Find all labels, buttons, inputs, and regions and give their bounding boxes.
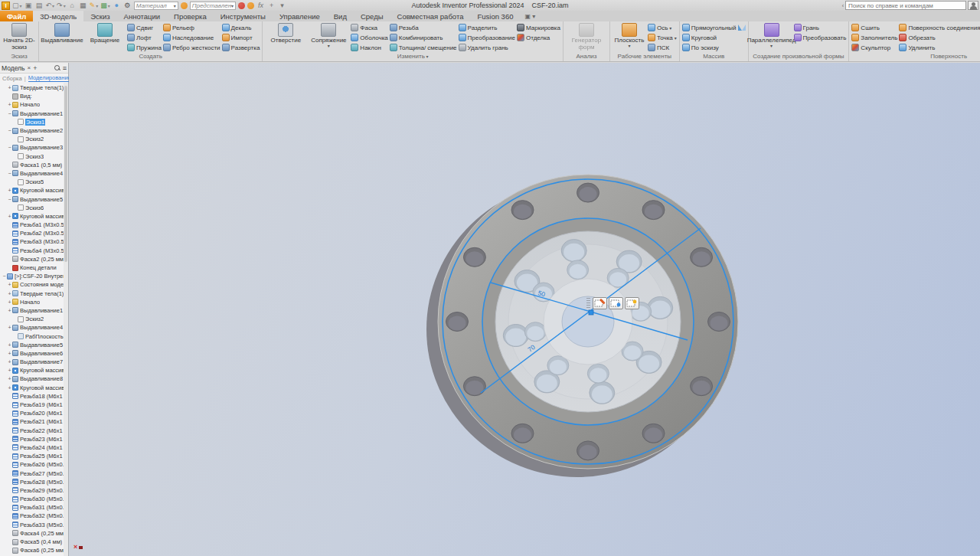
share-sketch-button[interactable] <box>609 297 623 309</box>
tree-item[interactable]: +Круговой массив2 <box>0 384 68 392</box>
tree-item[interactable]: Эскиз6 <box>0 204 68 212</box>
tree-item[interactable]: −[>]:CSF-20 Внутренн <box>0 272 68 280</box>
tab-inspect[interactable]: Проверка <box>167 11 214 21</box>
trim-button[interactable]: Обрезать <box>899 33 980 42</box>
help-search-input[interactable] <box>845 1 966 10</box>
finish-button[interactable]: Отделка <box>517 33 560 42</box>
sketch-driven-pattern-button[interactable]: По эскизу <box>682 43 737 52</box>
tree-expander[interactable]: + <box>7 376 12 381</box>
tree-item[interactable]: Резьба25 (М6х1 - <box>0 452 68 460</box>
tree-item[interactable]: Эскиз2 <box>0 135 68 143</box>
tree-item[interactable]: Резьба19 (М6х1 - <box>0 401 68 409</box>
tree-item[interactable]: +Выдавливание4 () <box>0 323 68 332</box>
qat-menu-caret-icon[interactable]: ▾ <box>278 2 286 10</box>
tab-file[interactable]: Файл <box>0 11 33 21</box>
direct-edit-button[interactable]: Преобразование <box>459 33 515 42</box>
tree-item[interactable]: −Выдавливание3 () <box>0 143 68 152</box>
tree-item[interactable]: Резьба33 (М5х0.8 <box>0 521 68 529</box>
tree-expander[interactable]: + <box>7 368 12 373</box>
extrude-button[interactable]: Выдавливание <box>41 22 83 44</box>
shell-button[interactable]: Оболочка <box>351 33 387 42</box>
work-point-button[interactable]: Точка▾ <box>648 33 677 42</box>
fillet-button[interactable]: Сопряжение▾ <box>308 22 349 48</box>
browser-mode-assembly[interactable]: Сборка <box>2 75 22 82</box>
fx-icon[interactable]: fx <box>256 2 265 10</box>
ribbon-group-label-modify[interactable]: Изменить ▾ <box>263 53 563 61</box>
tree-item[interactable]: Фаска5 (0,4 мм) <box>0 538 68 546</box>
tree-item[interactable]: Конец детали <box>0 263 68 272</box>
tree-expander[interactable]: + <box>7 351 12 356</box>
split-button[interactable]: Разделить <box>459 23 515 32</box>
freeform-face-button[interactable]: Грань <box>794 23 847 32</box>
revolve-button[interactable]: Вращение <box>84 22 126 44</box>
tree-item[interactable]: +Выдавливание6 () <box>0 349 68 358</box>
tab-manage[interactable]: Управление <box>273 11 327 21</box>
tree-expander[interactable]: + <box>7 359 12 365</box>
tree-expander[interactable]: − <box>7 171 12 176</box>
tree-expander[interactable]: + <box>7 325 12 330</box>
freeform-convert-button[interactable]: Преобразовать <box>794 33 847 42</box>
save-icon[interactable]: ▤ <box>35 2 44 10</box>
ruled-surface-button[interactable]: Поверхность соединения <box>899 23 980 32</box>
tree-item[interactable]: Фаска6 (0,25 мм) <box>0 546 68 554</box>
tree-item[interactable]: +Выдавливание8 () <box>0 374 68 383</box>
draft-button[interactable]: Наклон <box>351 43 387 52</box>
open-icon[interactable]: ▣ <box>24 2 33 10</box>
graphics-viewport[interactable]: 50 70 × <box>69 63 980 556</box>
tab-collaborate[interactable]: Совместная работа <box>390 11 471 21</box>
tree-expander[interactable]: − <box>7 197 12 202</box>
tree-item[interactable]: +Круговой массив1 <box>0 186 68 195</box>
tree-item[interactable]: Фаска1 (0,5 мм) <box>0 161 68 169</box>
coil-button[interactable]: Пружина <box>127 43 162 52</box>
tree-item[interactable]: Фаска4 (0,25 мм) <box>0 529 68 538</box>
tree-expander[interactable]: + <box>7 102 12 107</box>
tab-view[interactable]: Вид <box>327 11 354 21</box>
tree-item[interactable]: +Круговой массив1 <box>0 366 68 374</box>
tree-item[interactable]: −Выдавливание4 () <box>0 169 68 178</box>
chamfer-button[interactable]: Фаска <box>351 23 387 32</box>
tree-item[interactable]: −Выдавливание5 () <box>0 195 68 203</box>
tree-item[interactable]: +Выдавливание7 () <box>0 358 68 366</box>
tree-item[interactable]: Резьба27 (М5х0.8 <box>0 469 68 477</box>
orange-sphere-icon[interactable] <box>247 2 254 9</box>
freeform-box-button[interactable]: Параллелепипед▾ <box>751 22 792 48</box>
browser-close-icon[interactable]: × <box>28 64 31 71</box>
tree-item[interactable]: Эскиз2 <box>0 315 68 323</box>
tree-item[interactable]: −Выдавливание1 () <box>0 110 68 118</box>
tree-item[interactable]: +Состояния модели <box>0 280 68 289</box>
tree-expander[interactable]: + <box>7 385 12 391</box>
edit-sketch-button[interactable] <box>593 297 607 309</box>
tree-expander[interactable]: + <box>7 214 12 219</box>
tree-item[interactable]: Резьба18 (М6х1 - <box>0 392 68 401</box>
tree-item[interactable]: Фаска2 (0,25 мм) <box>0 255 68 263</box>
sweep-button[interactable]: Сдвиг <box>127 23 162 32</box>
mini-toolbar-grip[interactable] <box>586 298 590 309</box>
tree-item[interactable]: +Выдавливание5 () <box>0 341 68 349</box>
tab-sketch[interactable]: Эскиз <box>83 11 116 21</box>
tree-item[interactable]: Эскиз3 <box>0 152 68 161</box>
sculpt-button[interactable]: Скульптор <box>851 43 897 52</box>
tab-tools[interactable]: Инструменты <box>214 11 273 21</box>
browser-search-icon[interactable] <box>54 65 60 71</box>
mirror-button[interactable] <box>738 23 746 32</box>
tree-item[interactable]: +Начало <box>0 298 68 306</box>
settings-gear-icon[interactable]: ⚙ <box>123 2 132 10</box>
tree-item[interactable]: РабПлоскость1 <box>0 332 68 340</box>
collaborate-icon[interactable]: ● <box>113 2 121 10</box>
tree-expander[interactable]: + <box>7 85 12 90</box>
capture-icon[interactable]: ▦ <box>79 2 87 10</box>
sketch-dimension-visibility-button[interactable] <box>625 297 639 309</box>
tree-expander[interactable]: + <box>7 188 12 193</box>
tree-item[interactable]: +Выдавливание1 () <box>0 306 68 315</box>
tab-annotate[interactable]: Аннотации <box>117 11 168 21</box>
mark-button[interactable]: Маркировка <box>517 23 560 32</box>
appearance-sphere-icon[interactable] <box>181 2 188 9</box>
appearance-combo[interactable]: Представлен▾ <box>190 2 236 10</box>
redo-icon[interactable]: ↷▾ <box>57 2 66 10</box>
delete-face-button[interactable]: Удалить грань <box>459 43 515 52</box>
new-file-icon[interactable]: ▢▾ <box>12 2 22 10</box>
ribbon-display-toggle-icon[interactable]: ▣ ▾ <box>520 11 540 21</box>
tree-item[interactable]: Эскиз5 <box>0 178 68 186</box>
decal-button[interactable]: Декаль <box>222 23 260 32</box>
tree-item[interactable]: Резьба29 (М5х0.8 <box>0 486 68 495</box>
